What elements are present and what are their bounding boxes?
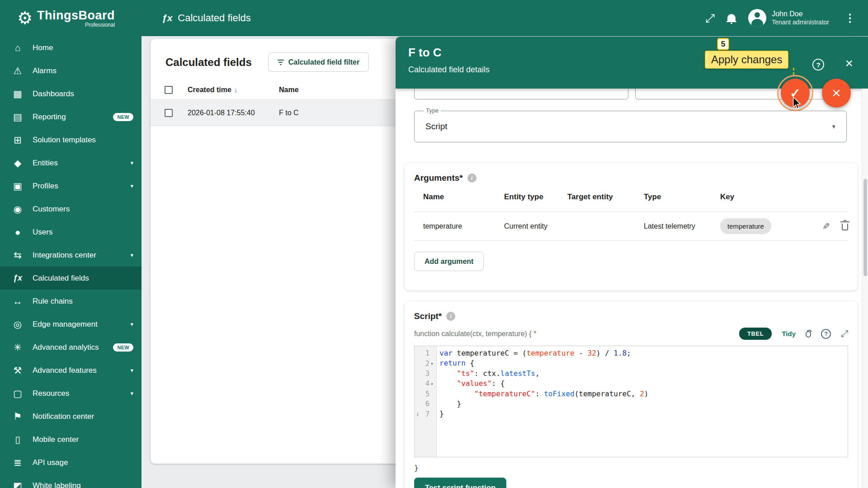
chevron-down-icon: ▾ <box>130 390 133 397</box>
sidebar-item-profiles[interactable]: ▣ Profiles ▾ <box>0 174 142 197</box>
arg-name: temperature <box>414 222 504 230</box>
row-checkbox[interactable] <box>165 109 173 117</box>
sidebar-item-label: Notification center <box>33 412 94 421</box>
notification-center-icon: ⚑ <box>12 411 24 422</box>
rule-chains-icon: ↔ <box>12 296 24 307</box>
chevron-down-icon: ▾ <box>130 252 133 258</box>
script-title: Script* <box>414 311 442 321</box>
clipped-field-left[interactable] <box>414 89 628 99</box>
sidebar-item-label: Mobile center <box>33 435 79 444</box>
page-title: Calculated fields <box>178 12 250 24</box>
script-help-icon[interactable]: ? <box>821 329 831 339</box>
sidebar-item-label: Dashboards <box>33 89 74 99</box>
sidebar-item-advanced-analytics[interactable]: ✳ Advanced analytics NEW <box>0 336 142 359</box>
sidebar-item-label: Solution templates <box>33 136 96 145</box>
delete-argument-icon[interactable] <box>842 224 848 230</box>
arg-entity-type: Current entity <box>504 222 567 230</box>
sidebar-item-label: Profiles <box>33 182 58 191</box>
sidebar-item-integrations-center[interactable]: ⇆ Integrations center ▾ <box>0 244 142 267</box>
sidebar-item-home[interactable]: ⌂ Home <box>0 36 142 59</box>
arg-col-entity-type: Entity type <box>504 192 567 202</box>
reporting-icon: ▤ <box>12 112 24 122</box>
brand-name: ThingsBoard <box>37 9 115 23</box>
drawer-scrollbar[interactable] <box>862 89 868 488</box>
add-argument-button[interactable]: Add argument <box>414 252 484 271</box>
argument-row: temperature Current entity Latest teleme… <box>414 212 848 241</box>
filter-icon <box>278 60 284 65</box>
sidebar: ⌂ Home ⚠ Alarms ▦ Dashboards ▤ Reporting… <box>0 36 142 488</box>
sidebar-item-users[interactable]: ● Users <box>0 221 142 244</box>
sidebar-item-label: Edge management <box>33 320 98 329</box>
sidebar-item-label: Advanced analytics <box>33 343 99 352</box>
sort-desc-icon[interactable]: ↓ <box>234 86 238 94</box>
integrations-icon: ⇆ <box>12 250 24 261</box>
script-section: Script* i function calculate(ctx, temper… <box>405 301 858 488</box>
sidebar-item-resources[interactable]: ▢ Resources ▾ <box>0 382 142 405</box>
row-created-time: 2026-01-08 17:55:40 <box>188 109 279 117</box>
sidebar-item-customers[interactable]: ◉ Customers <box>0 197 142 221</box>
entities-icon: ◆ <box>12 158 24 169</box>
scrollbar-thumb[interactable] <box>863 179 867 276</box>
tidy-button[interactable]: Tidy <box>782 330 796 338</box>
sidebar-item-rule-chains[interactable]: ↔ Rule chains <box>0 290 142 313</box>
sidebar-item-solution-templates[interactable]: ⊞ Solution templates <box>0 128 142 151</box>
chevron-down-icon: ▾ <box>130 367 133 374</box>
sidebar-item-label: White labeling <box>33 481 81 488</box>
sidebar-item-calculated-fields[interactable]: ƒx Calculated fields <box>0 267 142 290</box>
resources-icon: ▢ <box>12 388 24 399</box>
sidebar-item-reporting[interactable]: ▤ Reporting NEW <box>0 105 142 128</box>
calculated-field-filter-button[interactable]: Calculated field filter <box>268 52 369 72</box>
debug-bug-icon[interactable] <box>806 331 811 338</box>
page-title-block: ƒx Calculated fields <box>162 12 251 24</box>
fx-icon: ƒx <box>162 13 172 23</box>
sidebar-item-label: Reporting <box>33 113 66 122</box>
sidebar-item-label: Alarms <box>33 66 57 75</box>
info-icon[interactable]: i <box>446 312 455 321</box>
arg-col-target-entity: Target entity <box>567 192 644 202</box>
sidebar-item-notification-center[interactable]: ⚑ Notification center <box>0 405 142 428</box>
topbar: ⚙ ThingsBoard Professional ƒx Calculated… <box>0 0 868 36</box>
list-title: Calculated fields <box>165 56 252 69</box>
code-lines[interactable]: var temperatureC = (temperature - 32) / … <box>437 346 648 457</box>
column-created-time[interactable]: Created time <box>188 86 231 94</box>
close-icon[interactable]: × <box>845 56 853 70</box>
info-icon[interactable]: i <box>467 174 476 183</box>
user-menu[interactable]: John Doe Tenant administrator <box>748 9 829 27</box>
sidebar-item-dashboards[interactable]: ▦ Dashboards <box>0 82 142 105</box>
arg-type: Latest telemetry <box>644 222 720 230</box>
close-icon: × <box>832 85 841 100</box>
sidebar-item-mobile-center[interactable]: ▯ Mobile center <box>0 428 142 451</box>
clipped-field-right[interactable] <box>635 89 847 99</box>
type-select-value: Script <box>425 122 448 131</box>
edit-argument-icon[interactable]: ✎ <box>822 221 830 232</box>
type-select[interactable]: Type Script ▾ <box>414 111 847 142</box>
tour-step-badge: 5 <box>717 38 729 50</box>
sidebar-item-entities[interactable]: ◆ Entities ▾ <box>0 151 142 174</box>
sidebar-item-api-usage[interactable]: ≣ API usage <box>0 451 142 474</box>
drawer-subtitle: Calculated field details <box>408 65 868 75</box>
sidebar-item-label: Resources <box>33 389 69 398</box>
alarms-icon: ⚠ <box>12 66 24 76</box>
sidebar-item-label: Entities <box>33 159 58 168</box>
test-script-function-button[interactable]: Test script function <box>414 478 506 488</box>
tbel-toggle[interactable]: TBEL <box>739 328 772 340</box>
drawer-body: Type Script ▾ Arguments* i Name Entity t… <box>396 89 862 488</box>
brand-logo[interactable]: ⚙ ThingsBoard Professional <box>0 9 142 28</box>
sidebar-item-label: Calculated fields <box>33 274 89 283</box>
help-icon[interactable]: ? <box>812 59 824 70</box>
code-editor[interactable]: 12▾34▾56i7 var temperatureC = (temperatu… <box>414 346 848 457</box>
arg-col-key: Key <box>720 192 805 202</box>
discard-changes-button[interactable]: × <box>822 79 851 108</box>
notifications-bell-icon[interactable] <box>727 16 736 21</box>
fullscreen-icon[interactable]: ⤢ <box>705 11 715 25</box>
sidebar-item-alarms[interactable]: ⚠ Alarms <box>0 59 142 82</box>
editor-fullscreen-icon[interactable]: ⤢ <box>841 328 848 339</box>
sidebar-item-white-labeling[interactable]: ◩ White labeling <box>0 474 142 488</box>
select-all-checkbox[interactable] <box>165 86 173 94</box>
arguments-title: Arguments* <box>414 173 463 183</box>
sidebar-item-edge-management[interactable]: ◎ Edge management ▾ <box>0 313 142 336</box>
tour-tooltip-label: Apply changes <box>705 51 788 69</box>
kebab-menu-icon[interactable]: ⋮ <box>842 12 858 24</box>
chevron-down-icon: ▾ <box>130 321 133 328</box>
sidebar-item-advanced-features[interactable]: ⚒ Advanced features ▾ <box>0 359 142 382</box>
